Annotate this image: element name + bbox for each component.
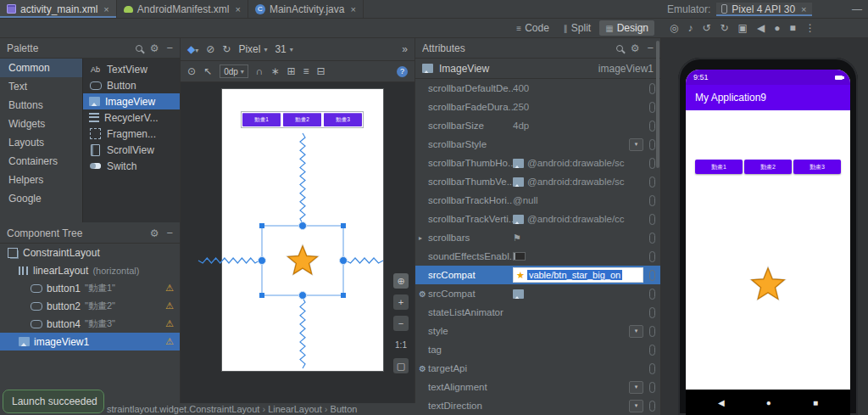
rotate-left-icon[interactable]: ↺ [702,22,710,34]
palette-category-buttons[interactable]: Buttons [0,96,82,115]
attribute-value[interactable]: @null [513,195,643,205]
editor-tab[interactable]: activity_main.xml× [0,0,117,18]
tree-item-button2[interactable]: button2"動畫2"⚠ [0,297,180,315]
search-icon[interactable] [616,45,623,52]
view-mode-code[interactable]: ≡Code [510,20,555,36]
view-mode-split[interactable]: ∥Split [558,20,597,36]
zoom-in-button[interactable]: + [393,294,409,310]
design-device-screen[interactable]: 動畫1動畫2動畫3 [222,89,383,371]
palette-category-containers[interactable]: Containers [0,152,82,171]
dropdown-button[interactable]: ▾ [629,325,643,338]
power-icon[interactable]: ◎ [670,22,678,34]
attribute-value[interactable]: ▾ [513,400,643,412]
close-icon[interactable]: × [103,4,108,14]
emulator-device-tab[interactable]: Pixel 4 API 30 × [716,3,811,16]
gear-icon[interactable]: ⚙ [150,228,159,238]
toggle-icon[interactable] [513,252,526,261]
overview-icon[interactable]: ■ [789,22,795,34]
emulator-screen[interactable]: 9:51 My Application9 動畫1動畫2動畫3 ◀ ● ■ [686,70,850,415]
close-icon[interactable]: × [801,4,806,14]
srccompat-input[interactable]: ★vable/btn_star_big_on [513,267,643,283]
blueprint-icon[interactable]: ⊘ [206,44,214,54]
close-icon[interactable]: × [350,4,355,14]
attribute-row-scrollbarstyle[interactable]: scrollbarStyle▾ [415,135,660,154]
wrench-icon[interactable]: ⚙ [419,364,428,373]
attribute-value[interactable]: ▾ [513,325,643,338]
dropdown-button[interactable]: ▾ [629,400,643,412]
attribute-row-soundeffectsenabl[interactable]: soundEffectsEnabl... [415,247,660,266]
volume-up-icon[interactable]: ♪ [687,22,693,34]
align-icon[interactable]: ≡ [303,66,309,76]
palette-item-fragmen[interactable]: Fragmen... [83,126,180,142]
zoom-fit-button[interactable]: ▢ [393,358,409,373]
magnet-icon[interactable]: ∩ [256,66,264,76]
editor-tab[interactable]: AndroidManifest.xml× [117,0,248,18]
breadcrumb-item[interactable]: LinearLayout [268,404,322,414]
guideline-icon[interactable]: ⊞ [287,66,296,76]
palette-category-common[interactable]: Common [0,59,82,77]
attribute-row-statelistanimator[interactable]: stateListAnimator [415,303,660,322]
help-icon[interactable]: ? [397,66,408,77]
attribute-value[interactable]: ▾ [513,138,643,151]
zoom-out-button[interactable]: − [393,316,409,331]
palette-item-button[interactable]: Button [83,77,180,93]
attribute-value[interactable]: ▾ [513,381,643,394]
attribute-value[interactable]: 400 [513,83,643,93]
pin-indicator[interactable] [649,401,655,412]
hide-icon[interactable]: − [166,42,173,53]
pin-indicator[interactable] [649,83,655,94]
palette-category-layouts[interactable]: Layouts [0,133,82,152]
attribute-value[interactable]: ⚑ [513,233,643,244]
palette-category-widgets[interactable]: Widgets [0,115,82,133]
attribute-row-textalignment[interactable]: textAlignment▾ [415,378,660,396]
tree-item-button1[interactable]: button1"動畫1"⚠ [0,279,180,297]
attribute-row-textdirection[interactable]: textDirection▾ [415,396,660,415]
pin-indicator[interactable] [649,326,655,337]
attribute-row-scrollbarfadedura[interactable]: scrollbarFadeDura...250 [415,98,660,116]
attribute-row-scrollbarthumbve[interactable]: scrollbarThumbVe...@android:drawable/sc [415,172,660,191]
tree-item-constraintlayout[interactable]: ConstraintLayout [0,244,180,261]
palette-item-textview[interactable]: TextView [83,61,180,77]
pin-indicator[interactable] [649,233,655,244]
nav-home-button[interactable]: ● [766,398,771,407]
pin-indicator[interactable] [649,345,655,356]
pin-indicator[interactable] [649,214,655,225]
attribute-value[interactable]: @android:drawable/cc [513,214,643,224]
palette-item-scrollview[interactable]: ScrollView [83,142,180,158]
attribute-value[interactable]: ★vable/btn_star_big_on [513,267,643,283]
rotate-right-icon[interactable]: ↻ [721,22,729,34]
attribute-row-scrollbarsize[interactable]: scrollbarSize4dp [415,116,660,135]
palette-category-helpers[interactable]: Helpers [0,171,82,189]
palette-item-recyclerv[interactable]: RecyclerV... [83,109,180,126]
attribute-value[interactable]: @android:drawable/sc [513,177,643,187]
app-button[interactable]: 動畫3 [793,160,841,174]
pan-button[interactable]: ⊕ [393,273,409,289]
pin-indicator[interactable] [649,363,655,374]
palette-item-switch[interactable]: Switch [83,158,180,174]
attribute-row-scrollbartrackverti[interactable]: scrollbarTrackVerti...@android:drawable/… [415,210,660,228]
view-mode-design[interactable]: ▦Design [599,20,654,36]
dropdown-button[interactable]: ▾ [629,138,643,151]
hide-icon[interactable]: − [166,227,173,238]
hide-icon[interactable]: − [647,42,654,53]
nav-back-button[interactable]: ◀ [718,398,725,407]
breadcrumb-item[interactable]: Button [331,404,358,414]
pin-indicator[interactable] [649,289,655,300]
tree-item-button4[interactable]: button4"動畫3"⚠ [0,315,180,333]
expand-icon[interactable]: ▸ [419,234,428,242]
nav-overview-button[interactable]: ■ [813,398,818,407]
orientation-icon[interactable]: ↻ [222,44,231,54]
attributes-scrollbar[interactable] [656,41,659,168]
cursor-icon[interactable]: ↖ [203,66,212,76]
palette-item-imageview[interactable]: ImageView [83,93,180,109]
tree-item-linearlayout[interactable]: linearLayout(horizontal) [0,261,180,279]
app-button[interactable]: 動畫2 [744,160,792,174]
default-margin-selector[interactable]: 0dp ▾ [220,64,248,78]
app-button[interactable]: 動畫1 [695,160,743,174]
pin-indicator[interactable] [649,158,655,169]
palette-category-google[interactable]: Google [0,189,82,208]
palette-category-text[interactable]: Text [0,77,82,96]
pack-icon[interactable]: ⊟ [317,66,326,76]
screenshot-icon[interactable]: ▣ [738,22,748,34]
attribute-value[interactable]: 250 [513,102,643,112]
